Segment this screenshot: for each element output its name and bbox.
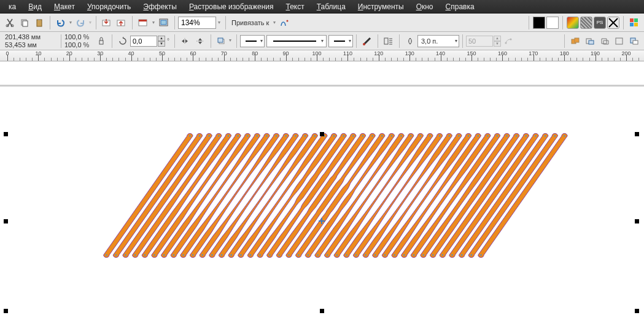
- snap-to-dropdown-icon[interactable]: ▾: [273, 20, 276, 25]
- menu-текст[interactable]: Текст: [280, 1, 311, 12]
- svg-rect-3: [23, 21, 28, 26]
- scale-x: 100,0: [64, 33, 82, 41]
- zoom-level-input[interactable]: [178, 17, 216, 29]
- mirror-horizontal-icon[interactable]: [179, 34, 192, 48]
- export-icon[interactable]: [115, 16, 128, 29]
- horizontal-ruler: 0102030405060708090100110120130140150160…: [0, 50, 644, 61]
- order-dropdown-icon[interactable]: ▾: [229, 37, 231, 43]
- convert-curves-icon[interactable]: [502, 34, 515, 48]
- weld-icon[interactable]: [568, 34, 582, 48]
- outline-pen-icon[interactable]: [360, 34, 374, 48]
- stripe-cap-dot: [432, 254, 434, 256]
- separator: [462, 34, 463, 48]
- effect-swatch-2-icon[interactable]: [580, 17, 592, 29]
- stripe-cap-dot: [208, 135, 210, 137]
- selection-handle[interactable]: [635, 132, 639, 136]
- menu-упорядочить[interactable]: Упорядочить: [81, 1, 137, 12]
- svg-rect-6: [103, 20, 110, 26]
- undo-icon[interactable]: [54, 16, 68, 29]
- stripe-cap-dot: [163, 254, 165, 256]
- menu-таблица[interactable]: Таблица: [311, 1, 352, 12]
- selection-handle[interactable]: [320, 309, 324, 313]
- stripe-cap-dot: [182, 254, 184, 256]
- selection-handle[interactable]: [4, 219, 8, 223]
- stripe-cap-dot: [410, 135, 412, 137]
- zoom-dropdown-icon[interactable]: ▾: [218, 20, 220, 25]
- stripe-cap-dot: [391, 135, 393, 137]
- snap-to-label: Привязать к: [229, 19, 271, 26]
- line-start-cap[interactable]: ▾: [240, 35, 265, 47]
- rotation-value[interactable]: [130, 36, 157, 47]
- effect-swatch-3-icon[interactable]: PS: [594, 17, 606, 29]
- stripe-cap-dot: [237, 135, 239, 137]
- menu-инструменты[interactable]: Инструменты: [352, 1, 410, 12]
- stripe-cap-dot: [250, 254, 252, 256]
- stripe-cap-dot: [115, 254, 117, 256]
- redo-dropdown-icon[interactable]: ▾: [89, 20, 91, 25]
- fill-white-swatch[interactable]: [546, 17, 559, 29]
- fill-black-swatch[interactable]: [533, 17, 545, 29]
- trim-icon[interactable]: [583, 34, 597, 48]
- separator: [211, 34, 211, 48]
- color-dialog-icon[interactable]: [627, 16, 641, 29]
- menu-растровые изображения[interactable]: Растровые изображения: [183, 1, 280, 12]
- wrap-text-icon[interactable]: [382, 34, 395, 48]
- toolbar-right-group: PS: [526, 14, 642, 31]
- stripe-cap-dot: [422, 254, 424, 256]
- to-front-icon[interactable]: [215, 34, 228, 48]
- menu-эффекты[interactable]: Эффекты: [137, 1, 183, 12]
- mirror-vertical-icon[interactable]: [193, 34, 207, 48]
- rotation-input[interactable]: ▲▼: [130, 36, 165, 47]
- undo-dropdown-icon[interactable]: ▾: [69, 20, 72, 25]
- cut-icon[interactable]: [3, 16, 17, 29]
- canvas[interactable]: [0, 61, 644, 334]
- stripe-cap-dot: [442, 254, 444, 256]
- paste-icon[interactable]: [33, 16, 46, 29]
- import-icon[interactable]: [100, 16, 114, 29]
- front-minus-back-icon[interactable]: [627, 34, 641, 48]
- stripe-cap-dot: [173, 254, 174, 256]
- line-end-cap[interactable]: ▾: [328, 35, 353, 47]
- menu-вид[interactable]: Вид: [22, 1, 48, 12]
- snap-options-icon[interactable]: [278, 16, 292, 29]
- selected-artwork[interactable]: [4, 133, 642, 318]
- menu-макет[interactable]: Макет: [48, 1, 81, 12]
- stripe-cap-dot: [384, 254, 386, 256]
- stripe-cap-dot: [564, 135, 565, 137]
- svg-point-24: [505, 42, 507, 44]
- selection-handle[interactable]: [635, 219, 639, 223]
- no-fill-icon[interactable]: [607, 17, 619, 29]
- redo-icon[interactable]: [74, 16, 87, 29]
- menu-справка[interactable]: Справка: [440, 1, 481, 12]
- fullscreen-icon[interactable]: [157, 16, 171, 29]
- stripe-cap-dot: [468, 135, 470, 137]
- toolbar-standard: ▾ ▾ ▾ ▾ Привязать к ▾ PS: [0, 14, 644, 32]
- menu-ка[interactable]: ка: [2, 1, 22, 12]
- outline-width-input[interactable]: 3,0 п. ▾: [417, 35, 459, 47]
- selection-handle[interactable]: [320, 132, 324, 136]
- svg-rect-11: [161, 20, 166, 25]
- simplify-icon[interactable]: [613, 34, 626, 48]
- line-style[interactable]: ▾: [266, 35, 327, 47]
- lock-ratio-icon[interactable]: [95, 34, 108, 48]
- copy-icon[interactable]: [18, 16, 31, 29]
- svg-rect-28: [586, 39, 591, 44]
- spin-down-icon[interactable]: ▼: [158, 41, 165, 47]
- stripe-cap-dot: [458, 135, 460, 137]
- stripe-cap-dot: [228, 135, 230, 137]
- stripe-cap-dot: [240, 254, 242, 256]
- svg-rect-5: [38, 19, 41, 20]
- selection-handle[interactable]: [4, 132, 8, 136]
- selection-handle[interactable]: [4, 309, 8, 313]
- app-launcher-dropdown-icon[interactable]: ▾: [152, 20, 155, 25]
- stripe-cap-dot: [352, 135, 354, 137]
- stripe-cap-dot: [355, 254, 357, 256]
- intersect-icon[interactable]: [598, 34, 611, 48]
- app-launcher-icon[interactable]: [136, 16, 150, 29]
- effect-swatch-1-icon[interactable]: [567, 17, 579, 29]
- spin-up-icon[interactable]: ▲: [158, 36, 165, 41]
- stripe-cap-dot: [221, 254, 223, 256]
- menu-окно[interactable]: Окно: [410, 1, 440, 12]
- selection-handle[interactable]: [635, 309, 639, 313]
- separator: [378, 34, 378, 48]
